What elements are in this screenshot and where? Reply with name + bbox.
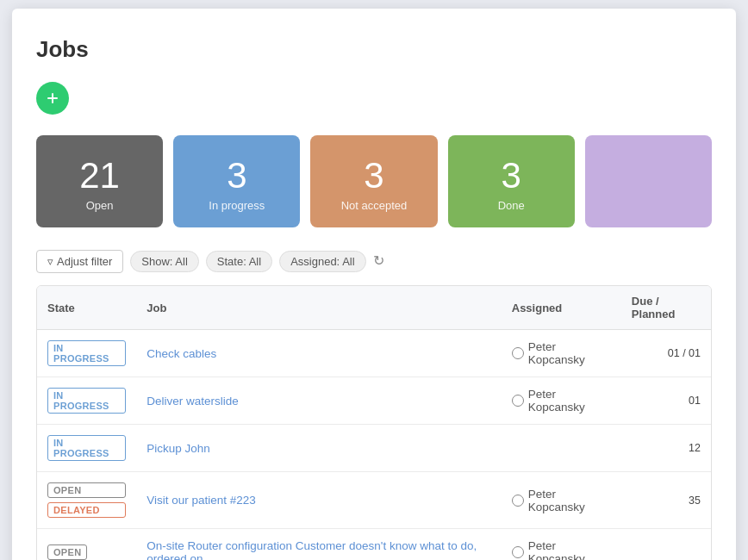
assigned-cell: Peter Kopcansky (502, 529, 621, 560)
show-label: Show: (141, 255, 172, 268)
adjust-filter-label: Adjust filter (57, 255, 112, 268)
assigned-cell: Peter Kopcansky (502, 472, 621, 529)
state-cell: OPEN (37, 529, 136, 560)
job-link[interactable]: Visit our patient #223 (146, 494, 256, 507)
job-cell: Deliver waterslide (136, 377, 502, 425)
stat-card-done[interactable]: 3 Done (448, 135, 575, 227)
main-window: Jobs 21 Open 3 In progress 3 Not accepte… (12, 9, 736, 560)
state-value: All (249, 255, 261, 268)
svg-rect-1 (47, 97, 58, 99)
job-cell: On-site Router configuration Customer do… (136, 529, 502, 560)
person-icon (512, 546, 524, 558)
stat-open-label: Open (86, 199, 114, 212)
assigned-name: Peter Kopcansky (528, 488, 611, 513)
state-cell: IN PROGRESS (37, 425, 136, 472)
stat-card-inprogress[interactable]: 3 In progress (173, 135, 300, 227)
due-cell: 12 (621, 425, 711, 472)
state-label: State: (217, 255, 246, 268)
job-link[interactable]: On-site Router configuration Customer do… (146, 539, 477, 560)
col-job: Job (136, 286, 502, 330)
page-title: Jobs (36, 36, 712, 63)
refresh-icon[interactable]: ↻ (373, 252, 392, 271)
stat-card-extra[interactable] (585, 135, 712, 227)
stat-notaccepted-label: Not accepted (341, 199, 408, 212)
state-badge-open: OPEN (47, 482, 126, 498)
person-icon (512, 347, 524, 359)
state-cell: OPENDELAYED (37, 472, 136, 529)
add-job-button[interactable] (36, 82, 69, 115)
stat-inprogress-number: 3 (227, 156, 246, 196)
job-cell: Check cables (136, 330, 502, 377)
stat-inprogress-label: In progress (209, 199, 265, 212)
due-cell: 01 (621, 377, 711, 425)
state-cell: IN PROGRESS (37, 330, 136, 377)
person-icon (512, 495, 524, 507)
assigned-cell: Peter Kopcansky (502, 330, 621, 377)
job-link[interactable]: Check cables (146, 347, 216, 360)
state-filter-pill[interactable]: State: All (206, 251, 272, 272)
assigned-name: Peter Kopcansky (528, 388, 611, 414)
stat-card-open[interactable]: 21 Open (36, 135, 163, 227)
job-cell: Pickup John (136, 425, 502, 472)
due-cell: 01 / 01 (621, 330, 711, 377)
assigned-filter-pill[interactable]: Assigned: All (279, 251, 365, 272)
filter-bar: ▿ Adjust filter Show: All State: All Ass… (36, 250, 712, 273)
stat-notaccepted-number: 3 (364, 156, 383, 196)
stat-open-number: 21 (79, 156, 120, 196)
filter-icon: ▿ (47, 255, 53, 268)
person-icon (512, 395, 524, 407)
col-assigned: Assigned (502, 286, 621, 330)
adjust-filter-button[interactable]: ▿ Adjust filter (36, 250, 123, 273)
jobs-table: State Job Assigned Due / Planned IN PROG… (37, 286, 711, 560)
assigned-cell (502, 425, 621, 472)
job-cell: Visit our patient #223 (136, 472, 502, 529)
state-cell: IN PROGRESS (37, 377, 136, 425)
state-badge: IN PROGRESS (47, 340, 126, 366)
due-cell: 35 (621, 472, 711, 529)
table-row: IN PROGRESSCheck cablesPeter Kopcansky01… (37, 330, 711, 377)
assigned-name: Peter Kopcansky (528, 539, 611, 560)
table-header-row: State Job Assigned Due / Planned (37, 286, 711, 330)
table-row: IN PROGRESSDeliver waterslidePeter Kopca… (37, 377, 711, 425)
stat-done-number: 3 (502, 156, 521, 196)
job-link[interactable]: Deliver waterslide (146, 395, 239, 408)
table-row: OPENOn-site Router configuration Custome… (37, 529, 711, 560)
assigned-value: All (342, 255, 354, 268)
show-filter-pill[interactable]: Show: All (130, 251, 199, 272)
table-row: OPENDELAYEDVisit our patient #223Peter K… (37, 472, 711, 529)
state-badge: OPEN (47, 544, 87, 560)
assigned-name: Peter Kopcansky (528, 340, 611, 366)
state-badge-delayed: DELAYED (47, 502, 126, 518)
job-link[interactable]: Pickup John (146, 442, 210, 455)
show-value: All (175, 255, 187, 268)
state-badge: IN PROGRESS (47, 388, 126, 414)
assigned-cell: Peter Kopcansky (502, 377, 621, 425)
table-row: IN PROGRESSPickup John12 (37, 425, 711, 472)
stat-card-notaccepted[interactable]: 3 Not accepted (310, 135, 437, 227)
col-state: State (37, 286, 136, 330)
stat-done-label: Done (498, 199, 525, 212)
col-due: Due / Planned (621, 286, 711, 330)
jobs-table-wrapper: State Job Assigned Due / Planned IN PROG… (36, 285, 712, 560)
state-badge: IN PROGRESS (47, 435, 126, 461)
assigned-label: Assigned: (290, 255, 340, 268)
stat-cards: 21 Open 3 In progress 3 Not accepted 3 D… (36, 135, 712, 227)
due-cell (621, 529, 711, 560)
